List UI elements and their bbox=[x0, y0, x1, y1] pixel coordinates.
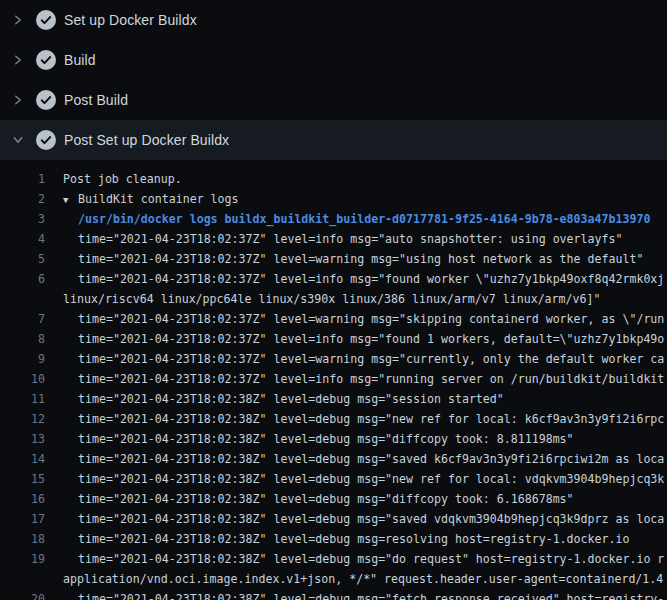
step-row-build[interactable]: Build bbox=[0, 40, 667, 80]
log-line: 1Post job cleanup. bbox=[0, 169, 667, 189]
step-label: Build bbox=[64, 52, 96, 68]
log-text: time="2021-04-23T18:02:37Z" level=warnin… bbox=[78, 249, 643, 269]
line-number[interactable]: 10 bbox=[0, 369, 45, 389]
chevron-right-icon bbox=[12, 94, 24, 106]
log-line: 20time="2021-04-23T18:02:38Z" level=debu… bbox=[0, 589, 667, 600]
line-number[interactable]: 14 bbox=[0, 449, 45, 469]
log-panel: 1Post job cleanup.2▼BuildKit container l… bbox=[0, 160, 667, 600]
line-number[interactable]: 13 bbox=[0, 429, 45, 449]
log-text: time="2021-04-23T18:02:38Z" level=debug … bbox=[78, 529, 629, 549]
log-text: time="2021-04-23T18:02:37Z" level=info m… bbox=[78, 269, 664, 289]
line-number bbox=[0, 569, 45, 589]
log-line: 14time="2021-04-23T18:02:38Z" level=debu… bbox=[0, 449, 667, 469]
log-group-toggle[interactable]: 2▼BuildKit container logs bbox=[0, 189, 667, 209]
log-line: 13time="2021-04-23T18:02:38Z" level=debu… bbox=[0, 429, 667, 449]
line-number[interactable]: 16 bbox=[0, 489, 45, 509]
line-number[interactable]: 11 bbox=[0, 389, 45, 409]
log-line: linux/riscv64 linux/ppc64le linux/s390x … bbox=[0, 289, 667, 309]
log-text: time="2021-04-23T18:02:38Z" level=debug … bbox=[78, 549, 664, 569]
log-line: 8time="2021-04-23T18:02:37Z" level=info … bbox=[0, 329, 667, 349]
log-text: Post job cleanup. bbox=[63, 169, 182, 189]
log-line: 6time="2021-04-23T18:02:37Z" level=info … bbox=[0, 269, 667, 289]
log-text: time="2021-04-23T18:02:37Z" level=warnin… bbox=[78, 349, 664, 369]
line-number[interactable]: 20 bbox=[0, 589, 45, 600]
log-text: time="2021-04-23T18:02:38Z" level=debug … bbox=[78, 509, 664, 529]
check-circle-icon bbox=[36, 50, 56, 70]
step-row-post-build[interactable]: Post Build bbox=[0, 80, 667, 120]
line-number[interactable]: 2 bbox=[0, 189, 45, 209]
log-text: time="2021-04-23T18:02:38Z" level=debug … bbox=[78, 589, 664, 600]
step-row-set-up-docker-buildx[interactable]: Set up Docker Buildx bbox=[0, 0, 667, 40]
log-line: 4time="2021-04-23T18:02:37Z" level=info … bbox=[0, 229, 667, 249]
line-number[interactable]: 4 bbox=[0, 229, 45, 249]
log-line: 5time="2021-04-23T18:02:37Z" level=warni… bbox=[0, 249, 667, 269]
log-text: time="2021-04-23T18:02:37Z" level=info m… bbox=[78, 229, 622, 249]
log-line: 3/usr/bin/docker logs buildx_buildkit_bu… bbox=[0, 209, 667, 229]
step-label: Post Build bbox=[64, 92, 128, 108]
log-line: 12time="2021-04-23T18:02:38Z" level=debu… bbox=[0, 409, 667, 429]
line-number[interactable]: 18 bbox=[0, 529, 45, 549]
line-number[interactable]: 6 bbox=[0, 269, 45, 289]
step-label: Set up Docker Buildx bbox=[64, 12, 197, 28]
line-number[interactable]: 17 bbox=[0, 509, 45, 529]
actions-log-viewer: Set up Docker Buildx Build Post Build bbox=[0, 0, 667, 600]
log-text: linux/riscv64 linux/ppc64le linux/s390x … bbox=[63, 289, 600, 309]
log-line: 15time="2021-04-23T18:02:38Z" level=debu… bbox=[0, 469, 667, 489]
step-list: Set up Docker Buildx Build Post Build bbox=[0, 0, 667, 160]
log-text: time="2021-04-23T18:02:38Z" level=debug … bbox=[78, 429, 574, 449]
log-line: 10time="2021-04-23T18:02:37Z" level=info… bbox=[0, 369, 667, 389]
line-number[interactable]: 8 bbox=[0, 329, 45, 349]
line-number[interactable]: 7 bbox=[0, 309, 45, 329]
line-number[interactable]: 3 bbox=[0, 209, 45, 229]
log-text: time="2021-04-23T18:02:38Z" level=debug … bbox=[78, 409, 664, 429]
log-line: 16time="2021-04-23T18:02:38Z" level=debu… bbox=[0, 489, 667, 509]
log-text: application/vnd.oci.image.index.v1+json,… bbox=[63, 569, 663, 589]
log-line: 19time="2021-04-23T18:02:38Z" level=debu… bbox=[0, 549, 667, 569]
line-number[interactable]: 1 bbox=[0, 169, 45, 189]
check-circle-icon bbox=[36, 130, 56, 150]
log-text: time="2021-04-23T18:02:38Z" level=debug … bbox=[78, 449, 664, 469]
log-text: time="2021-04-23T18:02:37Z" level=info m… bbox=[78, 329, 664, 349]
log-text: time="2021-04-23T18:02:37Z" level=info m… bbox=[78, 369, 664, 389]
check-circle-icon bbox=[36, 90, 56, 110]
check-circle-icon bbox=[36, 10, 56, 30]
log-group-title: BuildKit container logs bbox=[78, 192, 239, 206]
step-row-post-set-up-docker-buildx[interactable]: Post Set up Docker Buildx bbox=[0, 120, 667, 160]
line-number bbox=[0, 289, 45, 309]
caret-down-icon: ▼ bbox=[63, 190, 78, 210]
log-text: time="2021-04-23T18:02:37Z" level=warnin… bbox=[78, 309, 664, 329]
step-label: Post Set up Docker Buildx bbox=[64, 132, 229, 148]
log-line: 9time="2021-04-23T18:02:37Z" level=warni… bbox=[0, 349, 667, 369]
log-line: 18time="2021-04-23T18:02:38Z" level=debu… bbox=[0, 529, 667, 549]
line-number[interactable]: 9 bbox=[0, 349, 45, 369]
command-text: /usr/bin/docker logs buildx_buildkit_bui… bbox=[78, 209, 650, 229]
line-number[interactable]: 15 bbox=[0, 469, 45, 489]
log-text: time="2021-04-23T18:02:38Z" level=debug … bbox=[78, 469, 664, 489]
chevron-down-icon bbox=[12, 134, 24, 146]
log-line: 11time="2021-04-23T18:02:38Z" level=debu… bbox=[0, 389, 667, 409]
chevron-right-icon bbox=[12, 14, 24, 26]
log-line: 7time="2021-04-23T18:02:37Z" level=warni… bbox=[0, 309, 667, 329]
log-text: time="2021-04-23T18:02:38Z" level=debug … bbox=[78, 489, 574, 509]
line-number[interactable]: 12 bbox=[0, 409, 45, 429]
line-number[interactable]: 19 bbox=[0, 549, 45, 569]
chevron-right-icon bbox=[12, 54, 24, 66]
log-text: time="2021-04-23T18:02:38Z" level=debug … bbox=[78, 389, 504, 409]
log-line: application/vnd.oci.image.index.v1+json,… bbox=[0, 569, 667, 589]
log-line: 17time="2021-04-23T18:02:38Z" level=debu… bbox=[0, 509, 667, 529]
line-number[interactable]: 5 bbox=[0, 249, 45, 269]
